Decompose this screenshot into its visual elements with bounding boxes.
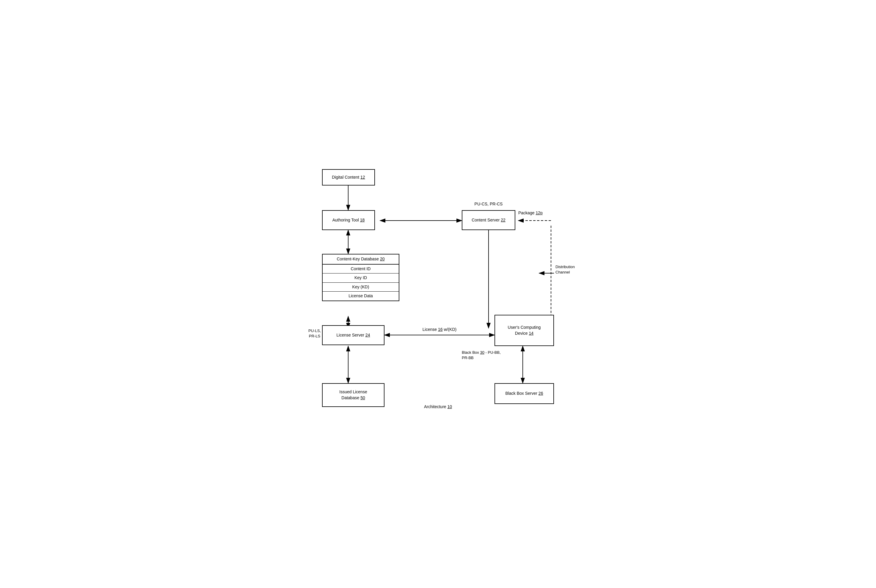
db-row-content-id: Content ID (322, 265, 399, 274)
license-server-box: License Server 24 (322, 325, 384, 345)
license-server-number: 24 (366, 333, 370, 338)
authoring-tool-box: Authoring Tool 18 (322, 210, 375, 230)
issued-license-db-label: Issued LicenseDatabase 50 (339, 389, 367, 401)
authoring-tool-label: Authoring Tool 18 (333, 217, 365, 223)
digital-content-number: 12 (360, 175, 365, 180)
db-row-key-id: Key ID (322, 273, 399, 283)
license-server-label: License Server 24 (337, 332, 370, 338)
content-key-db-number: 20 (380, 256, 385, 261)
pu-cs-label: PU-CS, PR-CS (462, 201, 515, 207)
black-box-server-label: Black Box Server 26 (506, 391, 543, 396)
content-key-db-header: Content-Key Database 20 (322, 255, 399, 265)
content-server-box: Content Server 22 (462, 210, 515, 230)
distribution-channel-label: DistributionChannel (555, 264, 591, 275)
content-server-number: 22 (501, 218, 506, 222)
users-device-box: User's ComputingDevice 14 (495, 315, 554, 346)
black-box-server-box: Black Box Server 26 (495, 383, 554, 404)
users-device-number: 14 (529, 331, 534, 336)
pu-ls-label: PU-LS,PR-LS (306, 328, 324, 339)
black-box-server-number: 26 (538, 391, 543, 396)
package-text: Package 12p (518, 210, 543, 215)
package-label: Package 12p (518, 210, 557, 216)
authoring-tool-number: 18 (360, 218, 365, 222)
content-key-db-box: Content-Key Database 20 Content ID Key I… (322, 254, 399, 301)
digital-content-label: Digital Content 12 (332, 174, 365, 180)
db-row-key-kd: Key (KD) (322, 283, 399, 292)
issued-license-db-number: 50 (360, 395, 365, 400)
issued-license-db-box: Issued LicenseDatabase 50 (322, 383, 384, 407)
license-text: License 16 w/(KD) (423, 327, 456, 332)
digital-content-box: Digital Content 12 (322, 169, 375, 186)
black-box-30-label: Black Box 30 - PU-BB,PR-BB (462, 350, 524, 361)
content-server-label: Content Server 22 (472, 217, 506, 223)
db-row-license-data: License Data (322, 292, 399, 300)
diagram: Digital Content 12 Authoring Tool 18 Con… (304, 166, 572, 422)
license-label: License 16 w/(KD) (386, 327, 493, 333)
architecture-label: Architecture 10 (408, 404, 468, 410)
users-device-label: User's ComputingDevice 14 (508, 325, 541, 336)
